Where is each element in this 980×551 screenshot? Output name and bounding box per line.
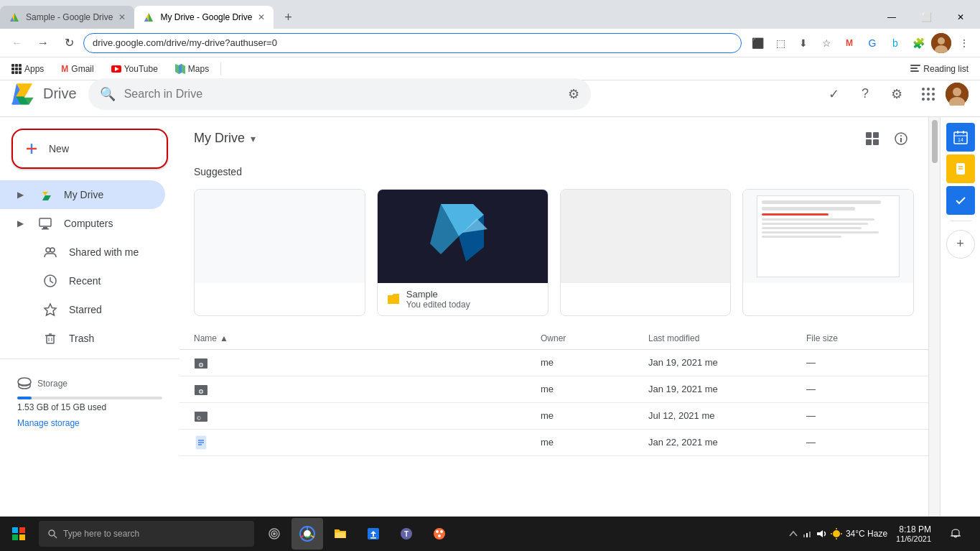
browser-tab-2[interactable]: My Drive - Google Drive ✕	[134, 6, 274, 29]
youtube-bookmark-icon	[111, 65, 121, 73]
google-apps-icon[interactable]	[914, 80, 943, 108]
browser-menu-icon[interactable]: ⋮	[954, 33, 974, 53]
bookmark-star-icon[interactable]: ☆	[816, 33, 836, 53]
new-button[interactable]: New	[11, 129, 168, 169]
minimize-button[interactable]: —	[875, 6, 908, 29]
back-button[interactable]: ←	[6, 32, 29, 55]
settings-icon[interactable]: ⚙	[882, 80, 911, 108]
extra-app-button[interactable]: T	[391, 518, 422, 550]
svg-rect-111	[373, 534, 374, 537]
gmail-ext-icon[interactable]: M	[839, 33, 859, 53]
sidebar-item-shared[interactable]: Shared with me	[0, 238, 165, 267]
storage-bar-background	[17, 397, 162, 399]
drive-logo[interactable]: Drive	[11, 81, 77, 107]
add-sidebar-button[interactable]: +	[946, 230, 975, 259]
main-title-dropdown[interactable]: ▾	[251, 133, 256, 144]
bing-icon[interactable]: b	[885, 33, 905, 53]
table-row[interactable]: © me Jul 12, 2021 me —	[179, 403, 928, 430]
keep-sidebar-icon[interactable]	[946, 154, 975, 183]
search-bar[interactable]: 🔍 ⚙	[88, 78, 591, 110]
extensions-icon[interactable]: 🧩	[908, 33, 928, 53]
col-modified[interactable]: Last modified	[648, 333, 806, 343]
sidebar-item-trash[interactable]: Trash	[0, 324, 165, 353]
maximize-button[interactable]: ⬜	[910, 6, 943, 29]
taskbar-search-bar[interactable]: Type here to search	[39, 521, 254, 547]
computers-expand-icon[interactable]: ▶	[17, 218, 24, 228]
file-row-size: —	[806, 410, 914, 421]
manage-storage-link[interactable]: Manage storage	[17, 418, 162, 428]
file-row-modified: Jan 19, 2021 me	[648, 357, 806, 368]
download-icon[interactable]: ⬇	[793, 33, 813, 53]
file-card-2[interactable]: Sample You edited today	[377, 189, 549, 316]
file-card-4[interactable]	[742, 189, 914, 316]
file-row-name	[194, 382, 541, 397]
profile-avatar[interactable]	[931, 33, 951, 53]
search-options-icon[interactable]: ⚙	[568, 86, 579, 102]
scrollbar-thumb[interactable]	[932, 120, 938, 163]
table-row[interactable]: me Jan 22, 2021 me —	[179, 430, 928, 456]
help-icon[interactable]: ?	[851, 80, 879, 108]
search-input[interactable]	[124, 88, 559, 101]
weather-text: 34°C Haze	[846, 529, 887, 539]
taskview-button[interactable]	[258, 518, 290, 550]
paint-button[interactable]	[424, 518, 455, 550]
svg-rect-23	[910, 68, 918, 69]
info-button[interactable]	[888, 126, 914, 152]
notification-icon	[950, 528, 961, 540]
sidebar-item-my-drive[interactable]: ▶ My Drive	[0, 180, 165, 209]
tab-search-icon[interactable]: ⬚	[770, 33, 790, 53]
tab2-close[interactable]: ✕	[258, 12, 265, 22]
calendar-sidebar-icon[interactable]: 14	[946, 123, 975, 152]
right-sidebar-divider	[950, 221, 971, 221]
svg-point-104	[273, 532, 276, 535]
address-text: drive.google.com/drive/my-drive?authuser…	[93, 37, 277, 48]
avatar-image	[931, 33, 951, 53]
chevron-up-icon[interactable]	[788, 529, 798, 539]
windows-key-icon	[12, 527, 25, 540]
sidebar-item-computers[interactable]: ▶ Computers	[0, 209, 165, 238]
tasks-sidebar-icon[interactable]	[946, 186, 975, 215]
starred-icon	[43, 302, 57, 317]
svg-rect-108	[335, 532, 345, 538]
file-row-owner: me	[541, 357, 648, 368]
col-owner[interactable]: Owner	[541, 333, 648, 343]
browser-tab-1[interactable]: Sample - Google Drive ✕	[0, 6, 134, 29]
svg-point-120	[833, 530, 840, 537]
scrollbar-area[interactable]	[928, 117, 940, 517]
table-row[interactable]: me Jan 19, 2021 me —	[179, 350, 928, 376]
col-size[interactable]: File size	[806, 333, 914, 343]
downloads-button[interactable]	[358, 518, 389, 550]
expand-icon[interactable]: ▶	[17, 190, 24, 200]
file-row-owner: me	[541, 384, 648, 394]
grid-view-button[interactable]	[859, 126, 885, 152]
sidebar-item-recent[interactable]: Recent	[0, 267, 165, 295]
refresh-button[interactable]: ↻	[57, 32, 80, 55]
user-avatar[interactable]	[946, 83, 969, 106]
forward-button[interactable]: →	[32, 32, 55, 55]
file-card-1[interactable]	[194, 189, 365, 316]
support-icon[interactable]: ✓	[819, 80, 848, 108]
start-button[interactable]	[3, 518, 34, 550]
chrome-taskbar-button[interactable]	[291, 518, 323, 550]
col-name[interactable]: Name ▲	[194, 333, 541, 343]
address-bar[interactable]: drive.google.com/drive/my-drive?authuser…	[83, 33, 742, 53]
file-card-3[interactable]	[560, 189, 732, 316]
new-tab-button[interactable]: +	[276, 6, 299, 29]
svg-rect-66	[873, 139, 879, 145]
sidebar-item-starred[interactable]: Starred	[0, 295, 165, 324]
svg-text:14: 14	[958, 137, 963, 142]
file-manager-button[interactable]	[325, 518, 356, 550]
file-row-size: —	[806, 357, 914, 368]
downloads-icon	[366, 527, 381, 541]
table-row[interactable]: me Jan 19, 2021 me —	[179, 376, 928, 403]
translate-icon[interactable]: G	[862, 33, 882, 53]
close-button[interactable]: ✕	[944, 6, 977, 29]
notifications-button[interactable]	[940, 518, 971, 550]
main-title: My Drive	[194, 131, 245, 146]
tab1-title: Sample - Google Drive	[26, 12, 113, 22]
sidebar-item-shared-label: Shared with me	[69, 246, 139, 258]
tab1-close[interactable]: ✕	[118, 12, 126, 22]
file-card-2-info: Sample You edited today	[378, 283, 548, 315]
cast-icon[interactable]: ⬛	[747, 33, 767, 53]
taskbar-time-display[interactable]: 8:18 PM 11/6/2021	[890, 524, 937, 543]
